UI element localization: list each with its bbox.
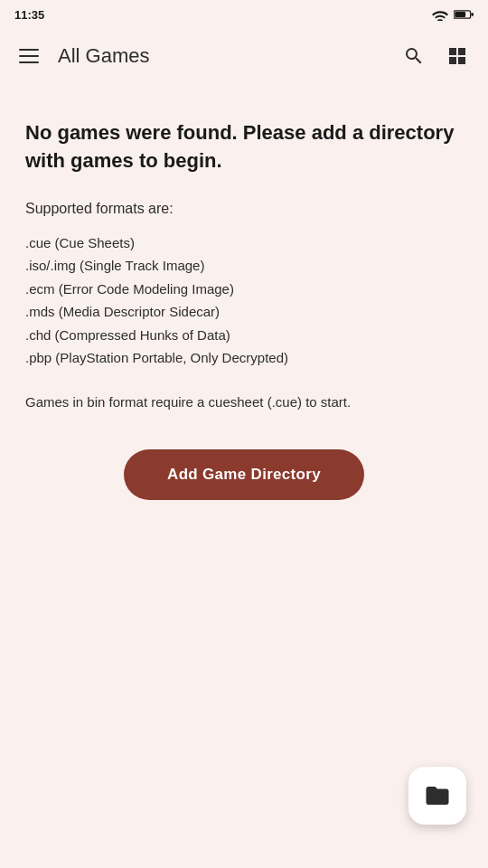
status-bar: 11:35 [0,0,488,29]
status-icons [432,8,474,21]
main-content: No games were found. Please add a direct… [0,83,488,518]
menu-icon [19,61,39,63]
status-time: 11:35 [14,8,44,22]
grid-view-icon [446,45,468,67]
folder-icon [424,782,451,809]
grid-view-button[interactable] [437,36,477,76]
app-bar: All Games [0,29,488,83]
fab-folder-button[interactable] [408,767,466,825]
menu-button[interactable] [11,38,47,74]
app-bar-actions [394,36,477,76]
supported-formats-label: Supported formats are: [25,201,463,217]
add-directory-container: Add Game Directory [25,449,463,500]
format-ecm: .ecm (Error Code Modeling Image) [25,281,234,297]
add-game-directory-button[interactable]: Add Game Directory [124,449,364,500]
search-icon [403,45,425,67]
menu-icon [19,55,39,57]
format-chd: .chd (Compressed Hunks of Data) [25,327,230,343]
format-pbp: .pbp (PlayStation Portable, Only Decrypt… [25,350,288,365]
format-cue: .cue (Cue Sheets) [25,235,135,250]
search-button[interactable] [394,36,434,76]
formats-list: .cue (Cue Sheets) .iso/.img (Single Trac… [25,231,463,370]
format-iso: .iso/.img (Single Track Image) [25,258,204,273]
page-title: All Games [58,44,394,68]
wifi-icon [432,8,448,21]
battery-icon [454,9,474,20]
bin-note: Games in bin format require a cuesheet (… [25,392,463,413]
menu-icon [19,49,39,51]
svg-rect-1 [455,12,465,17]
no-games-heading: No games were found. Please add a direct… [25,119,463,175]
format-mds: .mds (Media Descriptor Sidecar) [25,304,220,319]
svg-rect-2 [471,13,474,15]
